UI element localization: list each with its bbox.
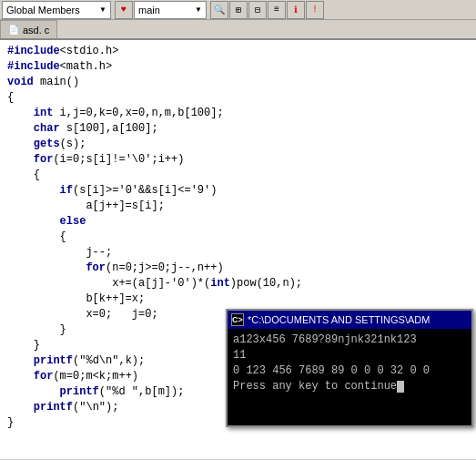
- action-buttons: 🔍 ⊞ ⊟ ≡ ℹ !: [210, 1, 325, 19]
- console-title-text: *C:\DOCUMENTS AND SETTINGS\ADM: [248, 314, 430, 325]
- code-line: x+=(a[j]-'0')*(int)pow(10,n);: [7, 276, 469, 291]
- console-body: a123x456 7689?89njnk321nk123110 123 456 …: [228, 329, 471, 398]
- file-tab[interactable]: 📄 asd. c: [0, 20, 57, 38]
- code-line: if(s[i]>='0'&&s[i]<='9'): [7, 183, 469, 199]
- warning-icon[interactable]: !: [306, 1, 324, 19]
- code-line: for(n=0;j>=0;j--,n++): [7, 261, 469, 276]
- console-icon: C>: [231, 313, 244, 326]
- code-editor[interactable]: #include<stdio.h>#include<math.h>void ma…: [0, 40, 476, 459]
- code-line: void main(): [7, 75, 469, 90]
- global-members-dropdown[interactable]: Global Members ▼: [2, 1, 111, 19]
- search-icon[interactable]: 🔍: [210, 1, 228, 19]
- chevron-down-icon: ▼: [99, 5, 106, 14]
- code-line: {: [7, 90, 469, 106]
- tabs-row: 📄 asd. c: [0, 20, 476, 40]
- code-line: j--;: [7, 245, 469, 261]
- console-title-bar: C> *C:\DOCUMENTS AND SETTINGS\ADM: [228, 311, 471, 329]
- code-line: gets(s);: [7, 137, 469, 152]
- code-line: else: [7, 214, 469, 230]
- code-line: #include<math.h>: [7, 59, 469, 75]
- console-lines: a123x456 7689?89njnk321nk123110 123 456 …: [233, 332, 466, 394]
- code-line: a[j++]=s[i];: [7, 199, 469, 214]
- cursor-blink: [397, 381, 404, 393]
- code-line: for(i=0;s[i]!='\0';i++): [7, 152, 469, 168]
- console-line: 11: [233, 348, 466, 363]
- grid2-icon[interactable]: ⊟: [248, 1, 267, 19]
- main-dropdown[interactable]: main ▼: [134, 1, 207, 19]
- code-line: int i,j=0,k=0,x=0,n,m,b[100];: [7, 106, 469, 121]
- info-icon[interactable]: ℹ: [287, 1, 305, 19]
- toolbar-icons: ♥: [115, 1, 134, 19]
- console-line: 0 123 456 7689 89 0 0 0 32 0 0: [233, 363, 466, 379]
- dropdown-label: Global Members: [6, 5, 80, 15]
- chevron-down-icon2: ▼: [195, 5, 202, 14]
- grid-icon[interactable]: ⊞: [229, 1, 248, 19]
- console-line: Press any key to continue: [233, 379, 466, 394]
- file-tab-label: asd. c: [23, 25, 49, 36]
- code-line: {: [7, 230, 469, 245]
- code-line: b[k++]=x;: [7, 291, 469, 307]
- file-icon: 📄: [8, 25, 19, 35]
- dropdown2-label: main: [138, 5, 160, 15]
- toolbar: Global Members ▼ ♥ main ▼ 🔍 ⊞ ⊟ ≡ ℹ !: [0, 0, 476, 20]
- code-line: {: [7, 168, 469, 183]
- code-line: char s[100],a[100];: [7, 121, 469, 137]
- list-icon[interactable]: ≡: [268, 1, 286, 19]
- code-line: #include<stdio.h>: [7, 44, 469, 59]
- heart-icon[interactable]: ♥: [115, 1, 133, 19]
- console-window: C> *C:\DOCUMENTS AND SETTINGS\ADM a123x4…: [226, 309, 473, 427]
- console-line: a123x456 7689?89njnk321nk123: [233, 332, 466, 348]
